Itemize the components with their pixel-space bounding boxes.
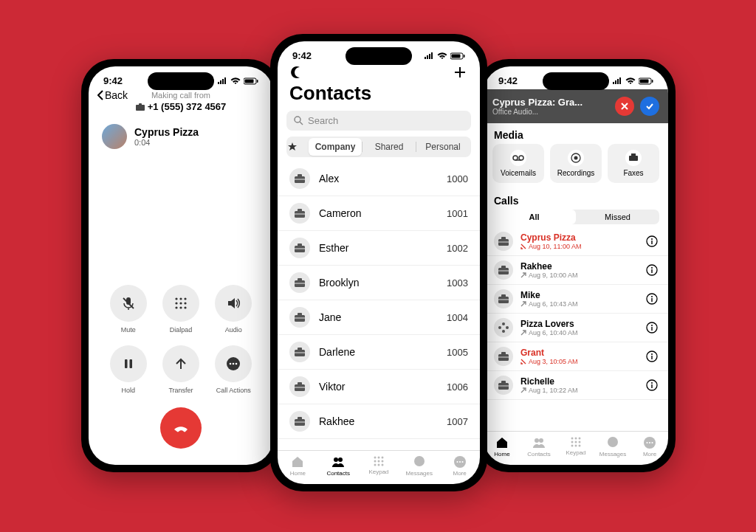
star-icon <box>288 142 297 151</box>
briefcase-icon <box>289 411 310 432</box>
call-row[interactable]: Pizza Lovers Aug 6, 10:40 AM <box>484 314 668 342</box>
call-name: Richelle <box>520 376 639 387</box>
svg-rect-65 <box>498 386 509 387</box>
svg-rect-49 <box>651 298 652 302</box>
audio-label: Audio <box>225 326 242 334</box>
contact-row[interactable]: Brooklyn1003 <box>278 266 480 300</box>
svg-rect-43 <box>651 269 652 273</box>
info-button[interactable] <box>646 322 658 334</box>
briefcase-icon <box>289 203 310 224</box>
active-call-banner[interactable]: Cyprus Pizza: Gra... Office Audio... <box>484 89 668 123</box>
info-button[interactable] <box>646 350 658 362</box>
svg-rect-94 <box>298 209 302 212</box>
svg-rect-68 <box>651 384 652 388</box>
svg-point-122 <box>374 464 376 466</box>
back-button[interactable]: Back <box>97 89 128 101</box>
decline-button[interactable] <box>615 97 634 116</box>
tab-contacts[interactable]: Contacts <box>520 436 557 457</box>
more-icon <box>453 455 467 469</box>
call-row[interactable]: Grant Aug 3, 10:05 AM <box>484 342 668 371</box>
svg-rect-107 <box>295 353 305 353</box>
svg-rect-33 <box>501 237 506 240</box>
seg-missed[interactable]: Missed <box>576 210 659 224</box>
call-row[interactable]: Rakhee Aug 9, 10:00 AM <box>484 256 668 285</box>
tab-home[interactable]: Home <box>484 436 520 457</box>
svg-point-129 <box>461 461 463 463</box>
seg-favorites[interactable] <box>288 139 309 155</box>
info-button[interactable] <box>646 264 658 276</box>
tab-keypad[interactable]: Keypad <box>557 436 594 457</box>
svg-rect-37 <box>651 241 652 244</box>
svg-point-83 <box>649 442 650 443</box>
seg-company[interactable]: Company <box>309 138 362 156</box>
contacts-icon <box>532 436 546 449</box>
add-contact-button[interactable] <box>453 66 467 79</box>
fax-icon <box>625 150 642 166</box>
dialpad-button[interactable] <box>162 285 199 322</box>
keypad-icon <box>373 455 385 467</box>
contact-row[interactable]: Alex1000 <box>278 162 480 196</box>
mute-button[interactable] <box>110 285 147 322</box>
briefcase-icon <box>494 347 513 366</box>
moon-icon <box>291 66 304 79</box>
hold-button[interactable] <box>110 345 147 382</box>
contact-row[interactable]: Esther1002 <box>278 231 480 266</box>
contact-extension: 1004 <box>447 312 468 323</box>
svg-rect-110 <box>295 387 305 388</box>
tab-keypad[interactable]: Keypad <box>359 455 399 477</box>
calling-number: +1 (555) 372 4567 <box>89 101 273 112</box>
tab-messages[interactable]: Messages <box>399 455 439 477</box>
svg-rect-4 <box>139 103 142 106</box>
group-icon <box>494 318 513 337</box>
search-input[interactable]: Search <box>286 111 471 131</box>
seg-all[interactable]: All <box>492 210 576 224</box>
arrow-up-icon <box>174 357 188 370</box>
contact-row[interactable]: Cameron1001 <box>278 196 480 231</box>
tab-more[interactable]: More <box>631 436 668 457</box>
messages-icon <box>413 455 426 469</box>
contact-row[interactable]: Rakhee1007 <box>278 404 480 439</box>
svg-point-48 <box>651 296 653 297</box>
svg-point-118 <box>381 457 383 459</box>
faxes-card[interactable]: Faxes <box>608 144 659 183</box>
call-row[interactable]: Richelle Aug 1, 10:22 AM <box>484 371 668 400</box>
contact-list: Alex1000Cameron1001Esther1002Brooklyn100… <box>278 162 480 450</box>
svg-point-25 <box>513 156 518 160</box>
contact-row[interactable]: Darlene1005 <box>278 335 480 370</box>
seg-personal[interactable]: Personal <box>416 138 470 156</box>
svg-point-12 <box>184 302 186 304</box>
tab-contacts[interactable]: Contacts <box>318 455 359 477</box>
contact-row[interactable]: Jane1004 <box>278 300 480 335</box>
audio-button[interactable] <box>215 285 252 322</box>
call-time: Aug 1, 10:22 AM <box>520 387 639 394</box>
dialpad-label: Dialpad <box>170 326 193 334</box>
call-row[interactable]: Cyprus Pizza Aug 10, 11:00 AM <box>484 227 668 256</box>
seg-shared[interactable]: Shared <box>362 138 416 156</box>
info-button[interactable] <box>646 379 658 391</box>
call-row[interactable]: Mike Aug 6, 10:43 AM <box>484 285 668 314</box>
tab-more[interactable]: More <box>439 455 480 477</box>
svg-rect-64 <box>501 381 506 384</box>
svg-point-53 <box>502 330 505 333</box>
recordings-card[interactable]: Recordings <box>550 144 602 183</box>
call-time: Aug 3, 10:05 AM <box>520 358 639 365</box>
call-actions-button[interactable] <box>215 345 252 382</box>
tab-messages[interactable]: Messages <box>594 436 631 457</box>
voicemails-card[interactable]: Voicemails <box>492 144 544 183</box>
dnd-toggle[interactable] <box>291 66 304 79</box>
transfer-button[interactable] <box>162 345 199 382</box>
tab-home[interactable]: Home <box>278 455 318 477</box>
svg-rect-30 <box>629 156 638 161</box>
svg-rect-56 <box>651 327 652 331</box>
contact-row[interactable]: Viktor1006 <box>278 370 480 404</box>
info-button[interactable] <box>646 293 658 305</box>
svg-rect-23 <box>640 79 649 83</box>
accept-button[interactable] <box>640 97 659 116</box>
hangup-button[interactable] <box>160 407 202 449</box>
speaker-icon <box>226 296 241 311</box>
info-button[interactable] <box>646 235 658 247</box>
svg-point-78 <box>575 445 577 447</box>
svg-rect-104 <box>295 318 305 319</box>
hangup-icon <box>171 418 190 438</box>
phone-contacts: 9:42 Contacts Search Company Sha <box>270 34 487 491</box>
